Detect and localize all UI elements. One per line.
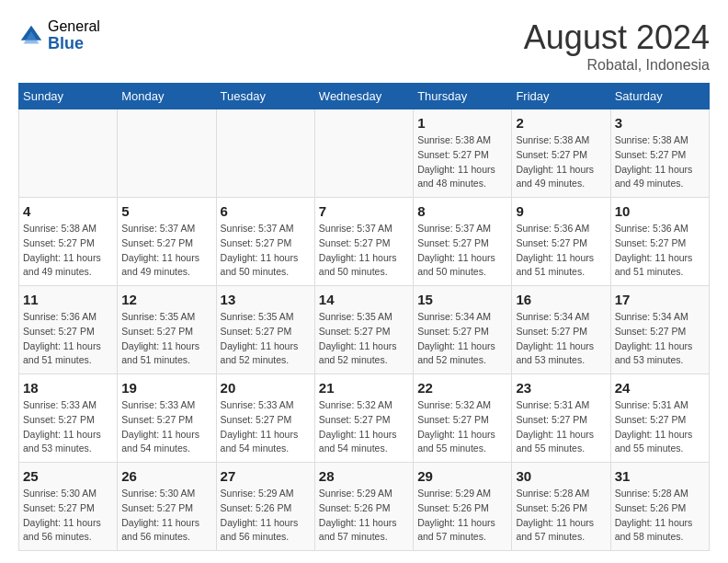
weekday-header-friday: Friday: [512, 84, 610, 109]
location-label: Robatal, Indonesia: [524, 57, 710, 74]
day-info: Sunrise: 5:28 AMSunset: 5:26 PMDaylight:…: [516, 487, 606, 545]
day-number: 19: [121, 380, 211, 396]
calendar-cell: [216, 109, 314, 198]
weekday-header-tuesday: Tuesday: [216, 84, 314, 109]
day-info: Sunrise: 5:32 AMSunset: 5:27 PMDaylight:…: [417, 398, 507, 456]
day-info: Sunrise: 5:34 AMSunset: 5:27 PMDaylight:…: [516, 310, 606, 368]
day-number: 2: [516, 115, 606, 131]
day-info: Sunrise: 5:36 AMSunset: 5:27 PMDaylight:…: [516, 222, 606, 280]
day-info: Sunrise: 5:34 AMSunset: 5:27 PMDaylight:…: [615, 310, 705, 368]
calendar-cell: 23Sunrise: 5:31 AMSunset: 5:27 PMDayligh…: [512, 374, 610, 463]
calendar-week-row: 1Sunrise: 5:38 AMSunset: 5:27 PMDaylight…: [19, 109, 710, 198]
day-info: Sunrise: 5:34 AMSunset: 5:27 PMDaylight:…: [417, 310, 507, 368]
calendar-cell: 7Sunrise: 5:37 AMSunset: 5:27 PMDaylight…: [314, 198, 413, 286]
calendar-cell: 27Sunrise: 5:29 AMSunset: 5:26 PMDayligh…: [216, 463, 314, 551]
day-number: 23: [516, 380, 606, 396]
day-info: Sunrise: 5:31 AMSunset: 5:27 PMDaylight:…: [615, 398, 705, 456]
day-info: Sunrise: 5:31 AMSunset: 5:27 PMDaylight:…: [516, 398, 606, 456]
calendar-cell: 6Sunrise: 5:37 AMSunset: 5:27 PMDaylight…: [216, 198, 314, 286]
title-block: August 2024 Robatal, Indonesia: [524, 18, 710, 74]
day-number: 24: [615, 380, 705, 396]
calendar-body: 1Sunrise: 5:38 AMSunset: 5:27 PMDaylight…: [19, 109, 710, 551]
calendar-cell: 29Sunrise: 5:29 AMSunset: 5:26 PMDayligh…: [414, 463, 512, 551]
calendar-cell: 17Sunrise: 5:34 AMSunset: 5:27 PMDayligh…: [610, 286, 709, 374]
day-info: Sunrise: 5:37 AMSunset: 5:27 PMDaylight:…: [121, 222, 211, 280]
day-info: Sunrise: 5:33 AMSunset: 5:27 PMDaylight:…: [121, 398, 211, 456]
calendar-cell: 24Sunrise: 5:31 AMSunset: 5:27 PMDayligh…: [610, 374, 709, 463]
calendar-cell: 10Sunrise: 5:36 AMSunset: 5:27 PMDayligh…: [610, 198, 709, 286]
weekday-header-saturday: Saturday: [610, 84, 709, 109]
calendar-cell: 4Sunrise: 5:38 AMSunset: 5:27 PMDaylight…: [19, 198, 118, 286]
day-info: Sunrise: 5:33 AMSunset: 5:27 PMDaylight:…: [23, 398, 113, 456]
day-info: Sunrise: 5:35 AMSunset: 5:27 PMDaylight:…: [221, 310, 311, 368]
day-number: 17: [615, 292, 705, 307]
calendar-cell: 20Sunrise: 5:33 AMSunset: 5:27 PMDayligh…: [216, 374, 314, 463]
day-number: 16: [516, 292, 606, 307]
weekday-header-thursday: Thursday: [414, 84, 512, 109]
weekday-header-row: SundayMondayTuesdayWednesdayThursdayFrid…: [19, 84, 710, 109]
calendar-cell: 18Sunrise: 5:33 AMSunset: 5:27 PMDayligh…: [19, 374, 118, 463]
calendar-cell: [314, 109, 413, 198]
calendar-cell: 26Sunrise: 5:30 AMSunset: 5:27 PMDayligh…: [118, 463, 216, 551]
day-info: Sunrise: 5:29 AMSunset: 5:26 PMDaylight:…: [221, 487, 311, 545]
day-info: Sunrise: 5:37 AMSunset: 5:27 PMDaylight:…: [417, 222, 507, 280]
day-number: 1: [417, 115, 507, 131]
day-number: 3: [615, 115, 705, 131]
logo: General Blue: [18, 18, 100, 52]
logo-blue-label: Blue: [48, 35, 100, 53]
calendar-week-row: 18Sunrise: 5:33 AMSunset: 5:27 PMDayligh…: [19, 374, 710, 463]
day-number: 20: [221, 380, 311, 396]
logo-icon: [18, 23, 44, 49]
day-info: Sunrise: 5:38 AMSunset: 5:27 PMDaylight:…: [516, 133, 606, 191]
day-number: 11: [23, 292, 113, 307]
calendar-cell: 3Sunrise: 5:38 AMSunset: 5:27 PMDaylight…: [610, 109, 709, 198]
day-info: Sunrise: 5:33 AMSunset: 5:27 PMDaylight:…: [221, 398, 311, 456]
calendar-cell: 11Sunrise: 5:36 AMSunset: 5:27 PMDayligh…: [19, 286, 118, 374]
day-info: Sunrise: 5:32 AMSunset: 5:27 PMDaylight:…: [319, 398, 409, 456]
calendar-week-row: 11Sunrise: 5:36 AMSunset: 5:27 PMDayligh…: [19, 286, 710, 374]
weekday-header-monday: Monday: [118, 84, 216, 109]
day-info: Sunrise: 5:38 AMSunset: 5:27 PMDaylight:…: [615, 133, 705, 191]
calendar-cell: 21Sunrise: 5:32 AMSunset: 5:27 PMDayligh…: [314, 374, 413, 463]
day-info: Sunrise: 5:30 AMSunset: 5:27 PMDaylight:…: [121, 487, 211, 545]
day-number: 26: [121, 468, 211, 484]
calendar-week-row: 4Sunrise: 5:38 AMSunset: 5:27 PMDaylight…: [19, 198, 710, 286]
day-info: Sunrise: 5:29 AMSunset: 5:26 PMDaylight:…: [319, 487, 409, 545]
day-info: Sunrise: 5:36 AMSunset: 5:27 PMDaylight:…: [23, 310, 113, 368]
day-number: 8: [417, 203, 507, 219]
weekday-header-wednesday: Wednesday: [314, 84, 413, 109]
day-number: 10: [615, 203, 705, 219]
month-year-title: August 2024: [524, 18, 710, 57]
logo-text: General Blue: [48, 18, 100, 52]
day-number: 27: [221, 468, 311, 484]
day-info: Sunrise: 5:35 AMSunset: 5:27 PMDaylight:…: [121, 310, 211, 368]
calendar-cell: 16Sunrise: 5:34 AMSunset: 5:27 PMDayligh…: [512, 286, 610, 374]
day-number: 22: [417, 380, 507, 396]
day-info: Sunrise: 5:29 AMSunset: 5:26 PMDaylight:…: [417, 487, 507, 545]
calendar-table: SundayMondayTuesdayWednesdayThursdayFrid…: [18, 83, 710, 551]
day-info: Sunrise: 5:37 AMSunset: 5:27 PMDaylight:…: [319, 222, 409, 280]
day-number: 25: [23, 468, 113, 484]
day-number: 6: [221, 203, 311, 219]
day-number: 5: [121, 203, 211, 219]
day-number: 9: [516, 203, 606, 219]
logo-general-label: General: [48, 18, 100, 35]
calendar-cell: 8Sunrise: 5:37 AMSunset: 5:27 PMDaylight…: [414, 198, 512, 286]
day-info: Sunrise: 5:37 AMSunset: 5:27 PMDaylight:…: [221, 222, 311, 280]
calendar-cell: 5Sunrise: 5:37 AMSunset: 5:27 PMDaylight…: [118, 198, 216, 286]
calendar-cell: 28Sunrise: 5:29 AMSunset: 5:26 PMDayligh…: [314, 463, 413, 551]
calendar-cell: 1Sunrise: 5:38 AMSunset: 5:27 PMDaylight…: [414, 109, 512, 198]
calendar-cell: 22Sunrise: 5:32 AMSunset: 5:27 PMDayligh…: [414, 374, 512, 463]
day-info: Sunrise: 5:38 AMSunset: 5:27 PMDaylight:…: [417, 133, 507, 191]
calendar-cell: 30Sunrise: 5:28 AMSunset: 5:26 PMDayligh…: [512, 463, 610, 551]
day-number: 15: [417, 292, 507, 307]
day-number: 29: [417, 468, 507, 484]
calendar-cell: 14Sunrise: 5:35 AMSunset: 5:27 PMDayligh…: [314, 286, 413, 374]
calendar-cell: 2Sunrise: 5:38 AMSunset: 5:27 PMDaylight…: [512, 109, 610, 198]
calendar-header: SundayMondayTuesdayWednesdayThursdayFrid…: [19, 84, 710, 109]
day-number: 18: [23, 380, 113, 396]
day-info: Sunrise: 5:30 AMSunset: 5:27 PMDaylight:…: [23, 487, 113, 545]
day-info: Sunrise: 5:35 AMSunset: 5:27 PMDaylight:…: [319, 310, 409, 368]
day-number: 28: [319, 468, 409, 484]
calendar-cell: [118, 109, 216, 198]
